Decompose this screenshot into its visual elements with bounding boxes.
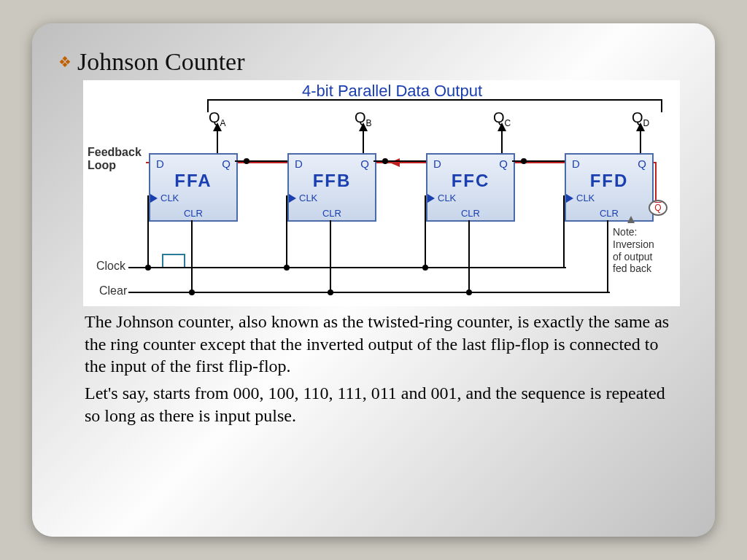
feedback-label: Feedback Loop [88,146,142,172]
ff-name: FFC [427,171,514,191]
wire [468,220,470,292]
junction-dot-icon [145,265,151,271]
junction-dot-icon [189,289,195,295]
junction-dot-icon [422,265,428,271]
flipflop-d: D Q FFD CLK CLR [565,153,654,222]
arrow-up-icon [359,122,368,131]
clock-edge-icon [289,194,296,203]
bullet-icon: ❖ [58,55,71,69]
wire [640,131,641,153]
wire [286,195,287,267]
qbar-output: Q [649,200,667,216]
ff-name: FFB [289,171,375,191]
clear-label: Clear [99,284,127,298]
clear-wire [128,292,610,293]
clock-edge-icon [150,194,158,203]
clock-pulse-icon [162,254,185,267]
pin-q: Q [499,158,508,170]
pin-clr: CLR [150,208,236,219]
junction-dot-icon [244,158,249,164]
clock-edge-icon [566,194,573,203]
note-arrow-icon [627,216,635,223]
wire [363,131,364,153]
diagram-note: Note: Inversion of output fed back [613,226,678,275]
pin-d: D [156,158,164,170]
flipflop-b: D Q FFB CLK CLR [287,153,376,222]
pin-q: Q [222,158,231,170]
clock-edge-icon [427,194,435,203]
pin-q: Q [638,158,646,170]
title-row: ❖ Johnson Counter [58,48,699,76]
ff-name: FFA [150,171,236,191]
arrow-up-icon [213,122,222,131]
wire [217,131,218,153]
wire [425,195,426,267]
wire [374,160,426,162]
pin-clk: CLK [576,192,595,203]
diagram-header: 4-bit Parallel Data Output [302,82,482,101]
description-2: Let's say, starts from 000, 100, 110, 11… [85,382,677,427]
clock-wire [128,267,566,268]
wire [607,220,608,292]
wire [563,195,565,267]
arrow-up-icon [636,122,645,131]
pin-d: D [295,158,303,170]
pin-clk: CLK [438,192,456,203]
junction-dot-icon [328,289,333,295]
wire [191,220,193,292]
pin-clk: CLK [160,192,179,203]
wire [501,131,503,153]
wire [147,195,149,267]
slide-title: Johnson Counter [77,48,245,76]
junction-dot-icon [521,158,527,164]
pin-clr: CLR [427,208,514,219]
flipflop-c: D Q FFC CLK CLR [426,153,515,222]
feedback-arrow-icon [390,158,400,167]
slide: ❖ Johnson Counter 4-bit Parallel Data Ou… [32,23,715,537]
pin-clr: CLR [566,208,652,219]
junction-dot-icon [284,265,290,271]
wire [512,160,565,162]
wire [330,220,331,292]
output-bracket [207,99,662,112]
description-1: The Johnson counter, also known as the t… [85,311,677,378]
arrow-up-icon [498,122,506,131]
wire [235,160,287,162]
circuit-diagram: 4-bit Parallel Data Output QA QB QC QD F… [83,80,680,306]
pin-d: D [572,158,580,170]
pin-clr: CLR [289,208,375,219]
flipflop-a: D Q FFA CLK CLR [149,153,238,222]
pin-q: Q [360,158,369,170]
ff-name: FFD [566,171,652,191]
pin-d: D [433,158,441,170]
junction-dot-icon [466,289,472,295]
clock-label: Clock [96,260,125,273]
junction-dot-icon [382,158,388,164]
pin-clk: CLK [299,192,317,203]
